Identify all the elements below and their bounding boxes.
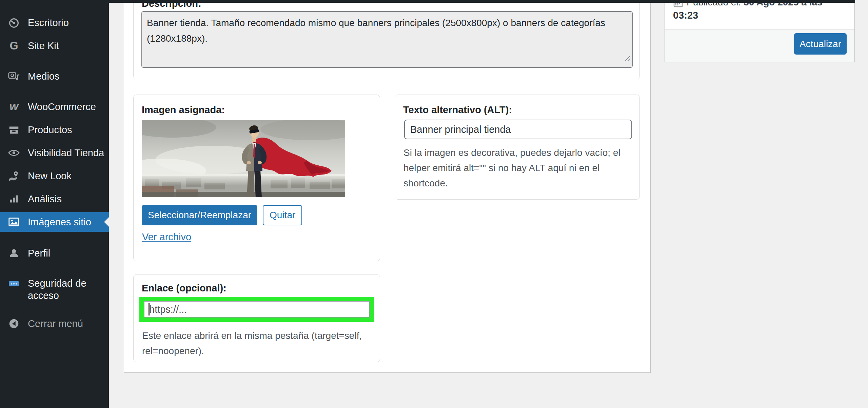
select-replace-button[interactable]: Seleccionar/Reemplazar xyxy=(142,205,257,225)
sidebar-item-perfil[interactable]: Perfil xyxy=(0,243,109,263)
sidebar-item-label: Site Kit xyxy=(28,40,59,52)
sidebar-item-label: Medios xyxy=(28,71,60,82)
sidebar-item-productos[interactable]: Productos xyxy=(0,120,109,140)
alt-help-text: Si la imagen es decorativa, puedes dejar… xyxy=(403,145,620,191)
image-buttons-row: Seleccionar/Reemplazar Quitar xyxy=(142,205,302,225)
sidebar-item-medios[interactable]: Medios xyxy=(0,66,109,86)
images-icon xyxy=(7,216,20,228)
sidebar-item-imagenes-sitio[interactable]: Imágenes sitio xyxy=(0,212,109,232)
alt-text-label: Texto alternativo (ALT): xyxy=(403,104,512,116)
sidebar-item-label: New Look xyxy=(28,170,72,182)
site-images-form-card: Descripción: Banner tienda. Tamaño recom… xyxy=(124,0,651,373)
publish-actions-footer: Actualizar xyxy=(665,29,854,62)
eye-icon xyxy=(7,146,20,159)
description-textarea[interactable]: Banner tienda. Tamaño recomendado mismo … xyxy=(141,11,633,68)
products-icon xyxy=(7,123,20,136)
update-button[interactable]: Actualizar xyxy=(794,33,847,55)
focus-highlight-box xyxy=(139,297,374,322)
svg-text:W: W xyxy=(9,101,19,112)
view-file-link[interactable]: Ver archivo xyxy=(142,231,191,243)
media-icon xyxy=(7,70,20,83)
assigned-image-section: Imagen asignada: xyxy=(133,95,380,261)
link-help-line: Este enlace abrirá en la misma pestaña (… xyxy=(142,328,362,343)
sidebar-item-label: Seguridad de acceso xyxy=(28,277,100,302)
alt-help-line: shortcode. xyxy=(403,176,620,191)
link-label: Enlace (opcional): xyxy=(142,283,226,294)
text-caret xyxy=(149,303,150,315)
user-icon xyxy=(7,247,20,260)
link-help-text: Este enlace abrirá en la misma pestaña (… xyxy=(142,328,362,359)
textarea-resize-grip[interactable] xyxy=(625,55,630,61)
sidebar-item-label: Visibilidad Tienda xyxy=(28,147,104,159)
sidebar-item-cerrar-menu[interactable]: Cerrar menú xyxy=(0,314,109,333)
location-icon xyxy=(7,169,20,182)
sidebar-item-label: Perfil xyxy=(28,248,50,259)
sidebar-item-site-kit[interactable]: G Site Kit xyxy=(0,36,109,56)
description-section: Descripción: Banner tienda. Tamaño recom… xyxy=(133,0,640,79)
alt-text-section: Texto alternativo (ALT): Si la imagen es… xyxy=(395,95,640,200)
publish-metabox: Publicado el: 30 Ago 2025 a las 03:23 Ac… xyxy=(665,0,855,62)
assigned-image-label: Imagen asignada: xyxy=(142,104,225,116)
collapse-icon xyxy=(7,317,20,330)
sidebar-item-label: Productos xyxy=(28,124,72,136)
link-url-input[interactable] xyxy=(144,301,370,318)
sidebar-item-visibilidad-tienda[interactable]: Visibilidad Tienda xyxy=(0,143,109,163)
sidebar-item-label: Escritorio xyxy=(28,17,69,28)
alt-text-input[interactable] xyxy=(404,120,632,139)
woocommerce-icon: W xyxy=(7,100,20,113)
assigned-image xyxy=(142,120,345,197)
security-icon xyxy=(7,277,20,290)
alt-help-line: Si la imagen es decorativa, puedes dejar… xyxy=(403,145,620,160)
remove-button[interactable]: Quitar xyxy=(263,205,302,225)
sidebar-item-label: Cerrar menú xyxy=(28,318,83,329)
sidebar-item-escritorio[interactable]: Escritorio xyxy=(0,13,109,33)
link-help-line: rel=noopener). xyxy=(142,343,362,359)
sidebar-item-analisis[interactable]: Análisis xyxy=(0,189,109,209)
sidebar-item-label: Análisis xyxy=(28,193,62,205)
link-section: Enlace (opcional): Este enlace abrirá en… xyxy=(133,274,380,362)
admin-sidebar: Escritorio G Site Kit Medios W WooCommer… xyxy=(0,0,109,408)
google-icon: G xyxy=(7,39,20,52)
admin-topbar-remnant xyxy=(0,0,855,3)
chart-icon xyxy=(7,192,20,205)
sidebar-item-label: WooCommerce xyxy=(28,101,96,113)
svg-text:G: G xyxy=(9,40,18,52)
sidebar-item-label: Imágenes sitio xyxy=(28,217,91,228)
published-time: 03:23 xyxy=(673,10,698,21)
dashboard-icon xyxy=(7,16,20,29)
alt-help-line: helper emitirá alt="" si no hay ALT aquí… xyxy=(403,160,620,176)
sidebar-item-new-look[interactable]: New Look xyxy=(0,166,109,186)
sidebar-item-seguridad-de-acceso[interactable]: Seguridad de acceso xyxy=(0,273,109,310)
sidebar-item-woocommerce[interactable]: W WooCommerce xyxy=(0,97,109,117)
